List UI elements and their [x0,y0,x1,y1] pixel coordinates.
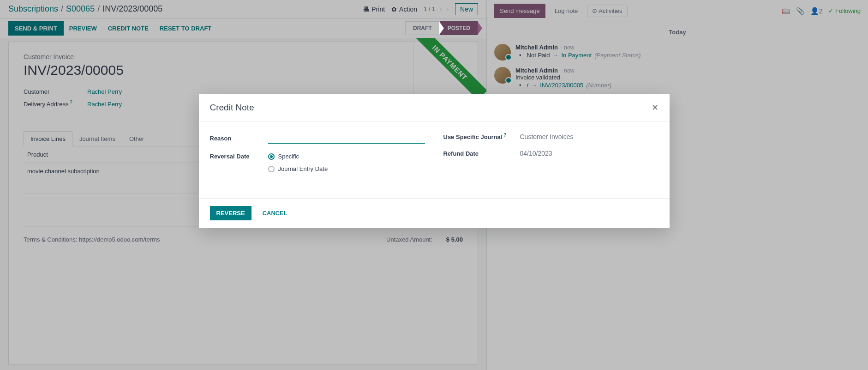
refund-date-value[interactable]: 04/10/2023 [520,150,552,157]
radio-icon [268,153,275,160]
radio-journal-entry-date[interactable]: Journal Entry Date [268,165,328,172]
help-icon[interactable]: ? [502,133,506,138]
modal-overlay[interactable]: Credit Note ✕ Reason Reversal Date Spe [0,0,868,370]
reverse-button[interactable]: REVERSE [210,206,251,220]
reason-input[interactable] [268,133,425,144]
cancel-button[interactable]: CANCEL [257,206,293,220]
journal-label: Use Specific Journal ? [443,133,513,140]
journal-value[interactable]: Customer Invoices [520,133,574,140]
reason-label: Reason [210,135,261,142]
credit-note-modal: Credit Note ✕ Reason Reversal Date Spe [199,94,670,228]
refund-date-label: Refund Date [443,150,513,157]
radio-specific[interactable]: Specific [268,153,328,160]
modal-title: Credit Note [210,103,254,113]
close-icon[interactable]: ✕ [652,103,658,113]
radio-icon [268,166,275,172]
reversal-date-label: Reversal Date [210,153,261,160]
